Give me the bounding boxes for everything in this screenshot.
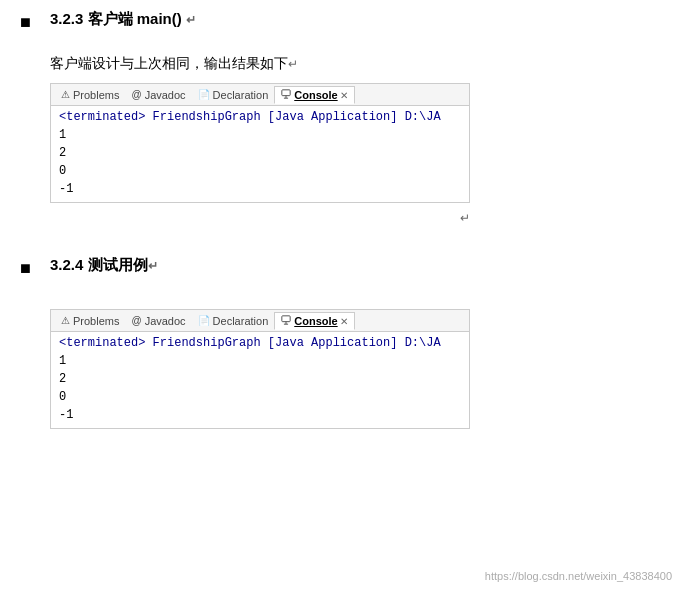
return-arrow-1b: ↵: [288, 57, 298, 71]
output-2-line4: -1: [59, 406, 461, 424]
eclipse-panel-2: ⚠ Problems @ Javadoc 📄 Declaration: [50, 309, 662, 429]
section-1-description: 客户端设计与上次相同，输出结果如下↵: [50, 55, 662, 73]
section-2-title: 3.2.4 测试用例↵: [50, 256, 662, 275]
output-2-line2: 2: [59, 370, 461, 388]
output-1-line1: 1: [59, 126, 461, 144]
section-2-body: ⚠ Problems @ Javadoc 📄 Declaration: [20, 301, 662, 437]
eclipse-tabs-2: ⚠ Problems @ Javadoc 📄 Declaration: [51, 310, 469, 332]
console-icon-2: [281, 315, 291, 327]
terminated-line-2: <terminated> FriendshipGraph [Java Appli…: [59, 336, 461, 350]
tab-javadoc-2[interactable]: @ Javadoc: [125, 313, 191, 329]
eclipse-panel-2-container: ⚠ Problems @ Javadoc 📄 Declaration: [50, 309, 470, 429]
tab-console-2[interactable]: Console ✕: [274, 312, 354, 330]
tab-javadoc-label-2: Javadoc: [145, 315, 186, 327]
output-2-line3: 0: [59, 388, 461, 406]
svg-rect-3: [282, 316, 290, 322]
bullet-2: ■: [20, 256, 50, 279]
console-close-2[interactable]: ✕: [340, 316, 348, 327]
tab-console-label-1: Console: [294, 89, 337, 101]
problems-icon-1: ⚠: [61, 89, 70, 100]
tab-console-label-2: Console: [294, 315, 337, 327]
eclipse-panel-1-container: ⚠ Problems @ Javadoc 📄 Declaration: [50, 83, 470, 203]
tab-declaration-label-2: Declaration: [213, 315, 269, 327]
bullet-1: ■: [20, 10, 50, 33]
tab-problems-2[interactable]: ⚠ Problems: [55, 313, 125, 329]
section-3-2-4: ■ 3.2.4 测试用例↵: [20, 256, 662, 285]
console-icon-1: [281, 89, 291, 101]
return-arrow-2: ↵: [148, 259, 158, 273]
javadoc-icon-1: @: [131, 89, 141, 100]
return-arrow-1: ↵: [186, 13, 196, 27]
eclipse-tabs-1: ⚠ Problems @ Javadoc 📄 Declaration: [51, 84, 469, 106]
declaration-icon-1: 📄: [198, 89, 210, 100]
output-2-line1: 1: [59, 352, 461, 370]
tab-declaration-2[interactable]: 📄 Declaration: [192, 313, 275, 329]
section-1-content: 3.2.3 客户端 main() ↵: [50, 10, 662, 39]
tab-declaration-label-1: Declaration: [213, 89, 269, 101]
section-2-content: 3.2.4 测试用例↵: [50, 256, 662, 285]
output-1-line2: 2: [59, 144, 461, 162]
bullet-1b: [20, 55, 50, 57]
tab-problems-label-2: Problems: [73, 315, 119, 327]
tab-problems-label-1: Problems: [73, 89, 119, 101]
tab-declaration-1[interactable]: 📄 Declaration: [192, 87, 275, 103]
section-2-body-content: ⚠ Problems @ Javadoc 📄 Declaration: [50, 301, 662, 437]
bullet-2b: [20, 301, 50, 303]
section-3-2-3: ■ 3.2.3 客户端 main() ↵: [20, 10, 662, 39]
tab-javadoc-label-1: Javadoc: [145, 89, 186, 101]
eclipse-panel-1: ⚠ Problems @ Javadoc 📄 Declaration: [50, 83, 662, 226]
section-1-body: 客户端设计与上次相同，输出结果如下↵ ⚠ Problems @ Javadoc …: [20, 55, 662, 226]
javadoc-icon-2: @: [131, 315, 141, 326]
section-1-title: 3.2.3 客户端 main() ↵: [50, 10, 662, 29]
tab-console-1[interactable]: Console ✕: [274, 86, 354, 104]
console-close-1[interactable]: ✕: [340, 90, 348, 101]
watermark: https://blog.csdn.net/weixin_43838400: [485, 570, 672, 582]
tab-problems-1[interactable]: ⚠ Problems: [55, 87, 125, 103]
eclipse-body-1: <terminated> FriendshipGraph [Java Appli…: [51, 106, 469, 202]
eclipse-body-2: <terminated> FriendshipGraph [Java Appli…: [51, 332, 469, 428]
terminated-line-1: <terminated> FriendshipGraph [Java Appli…: [59, 110, 461, 124]
tab-javadoc-1[interactable]: @ Javadoc: [125, 87, 191, 103]
section-1-body-content: 客户端设计与上次相同，输出结果如下↵ ⚠ Problems @ Javadoc …: [50, 55, 662, 226]
output-1-line3: 0: [59, 162, 461, 180]
svg-rect-0: [282, 90, 290, 96]
declaration-icon-2: 📄: [198, 315, 210, 326]
output-1-line4: -1: [59, 180, 461, 198]
panel-1-return: ↵: [50, 211, 470, 226]
problems-icon-2: ⚠: [61, 315, 70, 326]
